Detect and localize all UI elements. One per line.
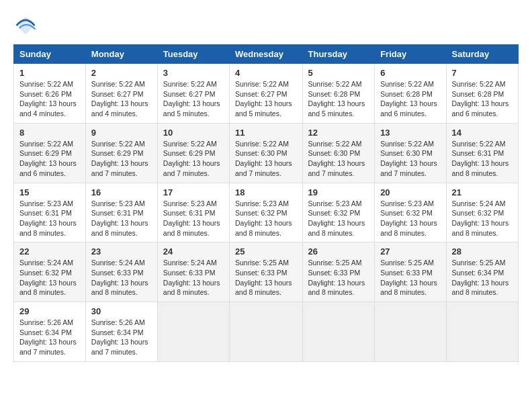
day-info: Sunrise: 5:22 AM Sunset: 6:27 PM Dayligh… xyxy=(163,79,224,119)
calendar-cell: 15Sunrise: 5:23 AM Sunset: 6:31 PM Dayli… xyxy=(14,183,86,242)
calendar-week-1: 1Sunrise: 5:22 AM Sunset: 6:26 PM Daylig… xyxy=(14,64,519,124)
calendar-week-3: 15Sunrise: 5:23 AM Sunset: 6:31 PM Dayli… xyxy=(14,183,519,242)
calendar-cell: 6Sunrise: 5:22 AM Sunset: 6:28 PM Daylig… xyxy=(375,64,446,124)
day-number: 23 xyxy=(91,246,152,257)
day-info: Sunrise: 5:26 AM Sunset: 6:34 PM Dayligh… xyxy=(91,318,152,357)
day-number: 27 xyxy=(380,246,440,257)
day-info: Sunrise: 5:23 AM Sunset: 6:32 PM Dayligh… xyxy=(235,199,297,238)
day-info: Sunrise: 5:22 AM Sunset: 6:28 PM Dayligh… xyxy=(308,79,369,119)
logo xyxy=(13,13,40,38)
day-number: 2 xyxy=(91,68,152,78)
calendar-cell: 24Sunrise: 5:24 AM Sunset: 6:33 PM Dayli… xyxy=(157,242,229,302)
day-number: 8 xyxy=(19,128,80,138)
day-info: Sunrise: 5:22 AM Sunset: 6:27 PM Dayligh… xyxy=(91,79,152,119)
day-header-wednesday: Wednesday xyxy=(229,45,302,64)
calendar-cell: 2Sunrise: 5:22 AM Sunset: 6:27 PM Daylig… xyxy=(85,64,157,124)
day-number: 24 xyxy=(163,246,224,257)
day-info: Sunrise: 5:25 AM Sunset: 6:33 PM Dayligh… xyxy=(380,258,440,298)
day-info: Sunrise: 5:23 AM Sunset: 6:32 PM Dayligh… xyxy=(308,199,369,238)
calendar-cell: 30Sunrise: 5:26 AM Sunset: 6:34 PM Dayli… xyxy=(85,302,157,362)
day-number: 3 xyxy=(163,68,224,78)
day-number: 14 xyxy=(452,128,513,138)
calendar-cell: 9Sunrise: 5:22 AM Sunset: 6:29 PM Daylig… xyxy=(85,123,157,183)
day-header-sunday: Sunday xyxy=(14,45,86,64)
calendar-cell: 13Sunrise: 5:22 AM Sunset: 6:30 PM Dayli… xyxy=(375,123,446,183)
day-info: Sunrise: 5:24 AM Sunset: 6:32 PM Dayligh… xyxy=(19,258,80,298)
day-info: Sunrise: 5:22 AM Sunset: 6:30 PM Dayligh… xyxy=(308,139,369,179)
calendar-cell: 21Sunrise: 5:24 AM Sunset: 6:32 PM Dayli… xyxy=(446,183,518,242)
day-header-tuesday: Tuesday xyxy=(157,45,229,64)
day-info: Sunrise: 5:24 AM Sunset: 6:32 PM Dayligh… xyxy=(452,199,513,238)
calendar-cell: 20Sunrise: 5:23 AM Sunset: 6:32 PM Dayli… xyxy=(375,183,446,242)
day-header-saturday: Saturday xyxy=(446,45,518,64)
day-number: 25 xyxy=(235,246,297,257)
day-number: 6 xyxy=(380,68,440,78)
day-header-friday: Friday xyxy=(375,45,446,64)
day-header-monday: Monday xyxy=(85,45,157,64)
calendar-cell: 14Sunrise: 5:22 AM Sunset: 6:31 PM Dayli… xyxy=(446,123,518,183)
day-info: Sunrise: 5:22 AM Sunset: 6:29 PM Dayligh… xyxy=(163,139,224,179)
day-info: Sunrise: 5:22 AM Sunset: 6:30 PM Dayligh… xyxy=(235,139,297,179)
calendar-cell: 27Sunrise: 5:25 AM Sunset: 6:33 PM Dayli… xyxy=(375,242,446,302)
calendar-cell: 16Sunrise: 5:23 AM Sunset: 6:31 PM Dayli… xyxy=(85,183,157,242)
day-number: 30 xyxy=(91,306,152,316)
day-number: 11 xyxy=(235,128,297,138)
calendar-cell: 10Sunrise: 5:22 AM Sunset: 6:29 PM Dayli… xyxy=(157,123,229,183)
page-header xyxy=(13,13,519,38)
calendar-cell: 1Sunrise: 5:22 AM Sunset: 6:26 PM Daylig… xyxy=(14,64,86,124)
day-number: 1 xyxy=(19,68,80,78)
calendar-cell: 4Sunrise: 5:22 AM Sunset: 6:27 PM Daylig… xyxy=(229,64,302,124)
day-number: 26 xyxy=(308,246,369,257)
day-number: 15 xyxy=(19,187,80,197)
calendar-table: SundayMondayTuesdayWednesdayThursdayFrid… xyxy=(13,44,519,362)
calendar-cell: 23Sunrise: 5:24 AM Sunset: 6:33 PM Dayli… xyxy=(85,242,157,302)
calendar-cell xyxy=(375,302,446,362)
day-info: Sunrise: 5:25 AM Sunset: 6:33 PM Dayligh… xyxy=(235,258,297,298)
day-number: 17 xyxy=(163,187,224,197)
day-number: 12 xyxy=(308,128,369,138)
day-number: 5 xyxy=(308,68,369,78)
calendar-cell: 17Sunrise: 5:23 AM Sunset: 6:31 PM Dayli… xyxy=(157,183,229,242)
calendar-cell: 28Sunrise: 5:25 AM Sunset: 6:34 PM Dayli… xyxy=(446,242,518,302)
calendar-cell: 29Sunrise: 5:26 AM Sunset: 6:34 PM Dayli… xyxy=(14,302,86,362)
day-number: 7 xyxy=(452,68,513,78)
calendar-cell: 25Sunrise: 5:25 AM Sunset: 6:33 PM Dayli… xyxy=(229,242,302,302)
calendar-cell: 3Sunrise: 5:22 AM Sunset: 6:27 PM Daylig… xyxy=(157,64,229,124)
day-info: Sunrise: 5:22 AM Sunset: 6:29 PM Dayligh… xyxy=(19,139,80,179)
day-number: 19 xyxy=(308,187,369,197)
day-number: 16 xyxy=(91,187,152,197)
calendar-cell xyxy=(302,302,375,362)
calendar-week-4: 22Sunrise: 5:24 AM Sunset: 6:32 PM Dayli… xyxy=(14,242,519,302)
calendar-cell xyxy=(157,302,229,362)
calendar-cell: 26Sunrise: 5:25 AM Sunset: 6:33 PM Dayli… xyxy=(302,242,375,302)
calendar-week-5: 29Sunrise: 5:26 AM Sunset: 6:34 PM Dayli… xyxy=(14,302,519,362)
day-info: Sunrise: 5:23 AM Sunset: 6:31 PM Dayligh… xyxy=(163,199,224,238)
day-number: 18 xyxy=(235,187,297,197)
calendar-cell: 8Sunrise: 5:22 AM Sunset: 6:29 PM Daylig… xyxy=(14,123,86,183)
day-info: Sunrise: 5:22 AM Sunset: 6:28 PM Dayligh… xyxy=(452,79,513,119)
day-number: 21 xyxy=(452,187,513,197)
day-info: Sunrise: 5:23 AM Sunset: 6:32 PM Dayligh… xyxy=(380,199,440,238)
day-info: Sunrise: 5:23 AM Sunset: 6:31 PM Dayligh… xyxy=(91,199,152,238)
day-number: 20 xyxy=(380,187,440,197)
calendar-cell xyxy=(446,302,518,362)
day-info: Sunrise: 5:22 AM Sunset: 6:30 PM Dayligh… xyxy=(380,139,440,179)
calendar-cell: 5Sunrise: 5:22 AM Sunset: 6:28 PM Daylig… xyxy=(302,64,375,124)
day-number: 22 xyxy=(19,246,80,257)
day-header-thursday: Thursday xyxy=(302,45,375,64)
day-info: Sunrise: 5:23 AM Sunset: 6:31 PM Dayligh… xyxy=(19,199,80,238)
day-number: 28 xyxy=(452,246,513,257)
day-number: 10 xyxy=(163,128,224,138)
calendar-cell xyxy=(229,302,302,362)
calendar-cell: 22Sunrise: 5:24 AM Sunset: 6:32 PM Dayli… xyxy=(14,242,86,302)
calendar-week-2: 8Sunrise: 5:22 AM Sunset: 6:29 PM Daylig… xyxy=(14,123,519,183)
calendar-cell: 19Sunrise: 5:23 AM Sunset: 6:32 PM Dayli… xyxy=(302,183,375,242)
calendar-cell: 18Sunrise: 5:23 AM Sunset: 6:32 PM Dayli… xyxy=(229,183,302,242)
day-info: Sunrise: 5:22 AM Sunset: 6:27 PM Dayligh… xyxy=(235,79,297,119)
day-info: Sunrise: 5:24 AM Sunset: 6:33 PM Dayligh… xyxy=(91,258,152,298)
day-info: Sunrise: 5:25 AM Sunset: 6:33 PM Dayligh… xyxy=(308,258,369,298)
day-info: Sunrise: 5:22 AM Sunset: 6:29 PM Dayligh… xyxy=(91,139,152,179)
day-info: Sunrise: 5:26 AM Sunset: 6:34 PM Dayligh… xyxy=(19,318,80,357)
day-info: Sunrise: 5:22 AM Sunset: 6:26 PM Dayligh… xyxy=(19,79,80,119)
day-info: Sunrise: 5:22 AM Sunset: 6:28 PM Dayligh… xyxy=(380,79,440,119)
